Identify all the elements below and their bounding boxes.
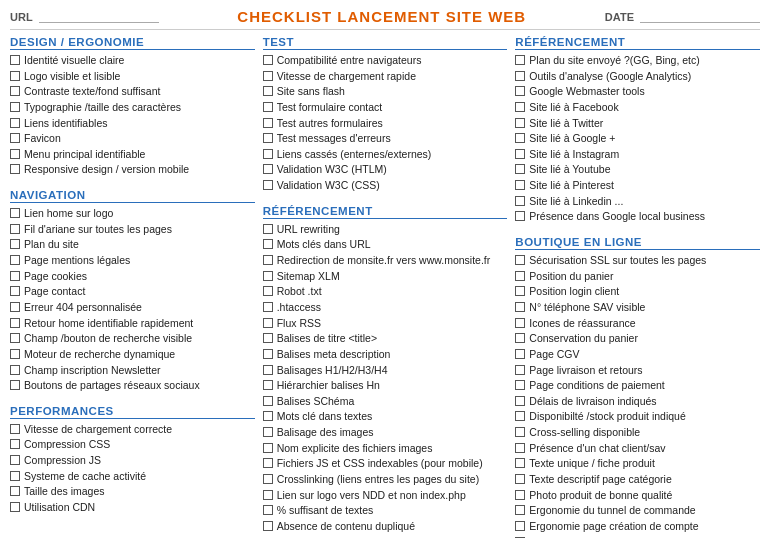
checkbox[interactable] — [10, 239, 20, 249]
checkbox[interactable] — [515, 180, 525, 190]
checkbox[interactable] — [263, 133, 273, 143]
checkbox[interactable] — [515, 365, 525, 375]
checkbox[interactable] — [10, 164, 20, 174]
checkbox[interactable] — [10, 224, 20, 234]
checkbox[interactable] — [263, 118, 273, 128]
checkbox[interactable] — [10, 86, 20, 96]
checkbox[interactable] — [515, 149, 525, 159]
checkbox[interactable] — [10, 55, 20, 65]
checkbox[interactable] — [515, 255, 525, 265]
checkbox[interactable] — [10, 271, 20, 281]
checkbox[interactable] — [515, 86, 525, 96]
checkbox[interactable] — [515, 271, 525, 281]
checkbox[interactable] — [263, 180, 273, 190]
checkbox[interactable] — [515, 505, 525, 515]
checkbox[interactable] — [263, 102, 273, 112]
checkbox[interactable] — [10, 471, 20, 481]
checkbox[interactable] — [263, 443, 273, 453]
checkbox[interactable] — [10, 365, 20, 375]
checkbox[interactable] — [10, 424, 20, 434]
checkbox[interactable] — [263, 286, 273, 296]
checkbox[interactable] — [10, 286, 20, 296]
checkbox[interactable] — [263, 71, 273, 81]
checkbox[interactable] — [263, 302, 273, 312]
checkbox[interactable] — [263, 349, 273, 359]
checkbox[interactable] — [10, 302, 20, 312]
checkbox[interactable] — [263, 318, 273, 328]
checkbox[interactable] — [515, 349, 525, 359]
checkbox[interactable] — [515, 396, 525, 406]
checkbox[interactable] — [263, 521, 273, 531]
check-label: URL rewriting — [277, 223, 340, 237]
checkbox[interactable] — [10, 486, 20, 496]
checkbox[interactable] — [515, 458, 525, 468]
checkbox[interactable] — [515, 380, 525, 390]
check-item: Cross-selling disponible — [515, 426, 760, 440]
checkbox[interactable] — [263, 490, 273, 500]
checkbox[interactable] — [515, 71, 525, 81]
check-item: Validation W3C (HTLM) — [263, 163, 508, 177]
checkbox[interactable] — [10, 439, 20, 449]
check-item: Test formulaire contact — [263, 101, 508, 115]
checkbox[interactable] — [515, 318, 525, 328]
check-label: Liens cassés (enternes/externes) — [277, 148, 432, 162]
checkbox[interactable] — [515, 521, 525, 531]
checkbox[interactable] — [515, 443, 525, 453]
checkbox[interactable] — [263, 271, 273, 281]
check-label: Sécurisation SSL sur toutes les pages — [529, 254, 706, 268]
checkbox[interactable] — [263, 505, 273, 515]
checkbox[interactable] — [263, 474, 273, 484]
checkbox[interactable] — [515, 102, 525, 112]
checkbox[interactable] — [515, 411, 525, 421]
checkbox[interactable] — [263, 333, 273, 343]
checkbox[interactable] — [10, 380, 20, 390]
checkbox[interactable] — [263, 224, 273, 234]
date-input[interactable] — [640, 10, 760, 23]
checkbox[interactable] — [263, 149, 273, 159]
checkbox[interactable] — [263, 86, 273, 96]
checkbox[interactable] — [263, 239, 273, 249]
checkbox[interactable] — [515, 333, 525, 343]
checkbox[interactable] — [10, 208, 20, 218]
checkbox[interactable] — [10, 502, 20, 512]
checkbox[interactable] — [515, 302, 525, 312]
check-label: Texte descriptif page catégorie — [529, 473, 671, 487]
checkbox[interactable] — [10, 102, 20, 112]
checkbox[interactable] — [263, 411, 273, 421]
checkbox[interactable] — [10, 133, 20, 143]
check-label: Sitemap XLM — [277, 270, 340, 284]
checkbox[interactable] — [263, 164, 273, 174]
check-label: Site lié à Pinterest — [529, 179, 614, 193]
checkbox[interactable] — [515, 427, 525, 437]
checkbox[interactable] — [10, 455, 20, 465]
checkbox[interactable] — [263, 427, 273, 437]
checkbox[interactable] — [515, 286, 525, 296]
checkbox[interactable] — [263, 396, 273, 406]
checkbox[interactable] — [10, 349, 20, 359]
checkbox[interactable] — [10, 118, 20, 128]
checkbox[interactable] — [515, 211, 525, 221]
url-input[interactable] — [39, 10, 159, 23]
checkbox[interactable] — [515, 133, 525, 143]
checkbox[interactable] — [515, 118, 525, 128]
checkbox[interactable] — [10, 333, 20, 343]
checkbox[interactable] — [10, 149, 20, 159]
check-item: Champ /bouton de recherche visible — [10, 332, 255, 346]
checkbox[interactable] — [515, 164, 525, 174]
checkbox[interactable] — [263, 255, 273, 265]
checkbox[interactable] — [10, 255, 20, 265]
checkbox[interactable] — [263, 380, 273, 390]
check-item: Balises meta description — [263, 348, 508, 362]
checkbox[interactable] — [515, 196, 525, 206]
checkbox[interactable] — [515, 55, 525, 65]
checkbox[interactable] — [10, 318, 20, 328]
checkbox[interactable] — [263, 365, 273, 375]
checkbox[interactable] — [10, 71, 20, 81]
checkbox[interactable] — [263, 458, 273, 468]
check-label: Conservation du panier — [529, 332, 638, 346]
check-label: Disponibilté /stock produit indiqué — [529, 410, 685, 424]
checkbox[interactable] — [515, 474, 525, 484]
checkbox[interactable] — [263, 55, 273, 65]
checkbox[interactable] — [515, 490, 525, 500]
check-label: Site lié à Linkedin ... — [529, 195, 623, 209]
